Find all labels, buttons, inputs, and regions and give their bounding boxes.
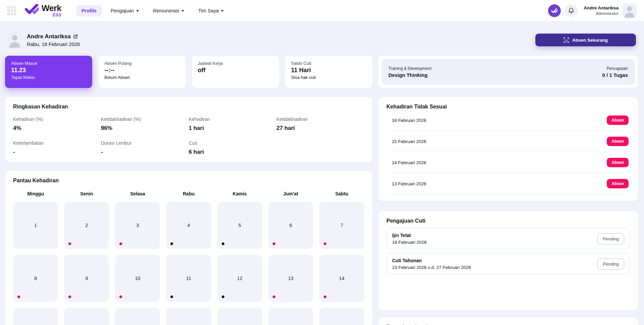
- status-badge: Absen: [607, 137, 629, 146]
- pending-status-button[interactable]: Pending: [597, 233, 624, 244]
- calendar-day-cell[interactable]: 13: [268, 255, 313, 302]
- kehadiran-tidak-sesuai-panel: Kehadiran Tidak Sesuai 16 Februari 2026 …: [378, 97, 638, 201]
- summary-item-keterlambatan: Keterlambatan -: [13, 140, 101, 155]
- calendar-day-cell[interactable]: 3: [115, 202, 160, 249]
- training-title: Design Thinking: [388, 72, 431, 78]
- topbar-avatar[interactable]: [623, 4, 637, 18]
- nav-item-pengajuan[interactable]: Pengajuan: [105, 5, 144, 16]
- attendance-dot: [119, 242, 122, 245]
- attendance-dot: [324, 242, 326, 245]
- calendar-day-cell[interactable]: 10: [115, 255, 160, 302]
- calendar-day-cell[interactable]: 12: [217, 255, 262, 302]
- attendance-dot: [222, 295, 224, 298]
- brand-sub: ESS: [42, 13, 61, 17]
- pantau-kehadiran-panel: Pantau Kehadiran Minggu Senin Selasa Rab…: [5, 171, 372, 325]
- attendance-dot: [273, 295, 275, 298]
- calendar-day-cell[interactable]: 6: [268, 202, 313, 249]
- training-progress-label: Pencapaian: [602, 66, 628, 71]
- status-badge: Absen: [607, 179, 629, 188]
- pengajuan-lembur-panel: Pengajuan Lembur: [378, 317, 638, 325]
- face-scan-icon: [564, 37, 569, 43]
- topbar-user-menu[interactable]: Andre Antariksa Administrator: [584, 5, 619, 16]
- current-date: Rabu, 18 Februari 2026: [27, 41, 80, 47]
- calendar-day-cell[interactable]: 7: [319, 202, 364, 249]
- avatar-placeholder-icon: [7, 32, 22, 48]
- stat-cards-row: Absen Masuk 11.23 Tepat Waktu Absen Pula…: [5, 56, 372, 88]
- calendar-day-cell[interactable]: 8: [13, 255, 58, 302]
- employee-name: Andre Antariksa: [27, 33, 71, 40]
- attendance-dot: [68, 295, 71, 298]
- calendar-day-cell[interactable]: 5: [217, 202, 262, 249]
- issue-row: 14 Februari 2026 Absen: [386, 152, 630, 173]
- training-card: Training & Development Design Thinking P…: [378, 56, 638, 88]
- attendance-dot: [222, 242, 224, 245]
- attendance-dot: [273, 242, 275, 245]
- notification-bell-button[interactable]: [565, 4, 578, 17]
- calendar-day-names: Minggu Senin Selasa Rabu Kamis Jum'at Sa…: [13, 191, 364, 196]
- summary-item-kehadiran: Kehadiran 1 hari: [189, 117, 277, 132]
- training-label: Training & Development: [388, 66, 431, 71]
- calendar-title: Pantau Kehadiran: [13, 178, 364, 184]
- issues-title: Kehadiran Tidak Sesuai: [386, 104, 630, 110]
- brand-name: Werk: [42, 3, 61, 13]
- pending-status-button[interactable]: Pending: [597, 259, 624, 270]
- calendar-day-cell[interactable]: 2: [64, 202, 109, 249]
- profile-avatar: [7, 32, 22, 48]
- nav-item-remunerasi[interactable]: Remunerasi: [148, 5, 190, 16]
- calendar-day-cell[interactable]: 19: [217, 308, 262, 325]
- summary-item-ketidakhadiran: Ketidakhadiran 27 hari: [276, 117, 364, 132]
- summary-item-kehadiran-pct: Kehadiran (%) 4%: [13, 117, 101, 132]
- issue-row: 16 Februari 2026 Absen: [386, 110, 630, 131]
- avatar-placeholder-icon: [623, 4, 637, 18]
- attendance-dot: [170, 242, 173, 245]
- brand-logo[interactable]: Werk ESS: [25, 4, 61, 17]
- absen-sekarang-button[interactable]: Absen Sekarang: [535, 34, 636, 46]
- calendar-day-cell[interactable]: 16: [64, 308, 109, 325]
- calendar-day-cell[interactable]: 4: [166, 202, 211, 249]
- summary-item-durasi-lembur: Durasi Lembur -: [101, 140, 189, 155]
- calendar-day-cell[interactable]: 14: [319, 255, 364, 302]
- calendar-day-cell[interactable]: 17: [115, 308, 160, 325]
- status-badge: Absen: [607, 158, 629, 167]
- chevron-down-icon: [181, 10, 184, 12]
- pengajuan-cuti-panel: Pengajuan Cuti Ijin Telat 18 Februari 20…: [378, 211, 638, 311]
- double-check-icon: [551, 8, 558, 13]
- top-navbar: Werk ESS Profile Pengajuan Remunerasi Ti…: [0, 0, 644, 21]
- calendar-day-cell[interactable]: 9: [64, 255, 109, 302]
- summary-item-cuti: Cuti 6 hari: [189, 140, 277, 155]
- leave-title: Pengajuan Cuti: [386, 218, 630, 224]
- calendar-grid: 1 2 3 4 5 6 7 8 9 10 11 12 13 14 15 16 1: [13, 202, 364, 325]
- external-link-icon[interactable]: [73, 34, 78, 39]
- ringkasan-kehadiran-panel: Ringkasan Kehadiran Kehadiran (%) 4% Ket…: [5, 97, 372, 162]
- brand-check-icon: [25, 4, 39, 15]
- issue-row: 15 Februari 2026 Absen: [386, 131, 630, 152]
- stat-card-saldo-cuti: Saldo Cuti 11 Hari Sisa hak cuti: [285, 56, 372, 88]
- attendance-dot: [170, 295, 173, 298]
- summary-item-ketidakhadiran-pct: Ketidakhadiran (%) 96%: [101, 117, 189, 132]
- calendar-day-cell[interactable]: 18: [166, 308, 211, 325]
- nav-item-profile[interactable]: Profile: [76, 5, 102, 16]
- attendance-dot: [119, 295, 122, 298]
- leave-request-item: Cuti Tahunan 23 Februari 2026 s.d. 27 Fe…: [386, 253, 630, 274]
- stat-card-jadwal-kerja: Jadwal Kerja off: [192, 56, 279, 88]
- attendance-check-button[interactable]: [548, 4, 561, 17]
- calendar-day-cell[interactable]: 20: [268, 308, 313, 325]
- attendance-dot: [68, 242, 71, 245]
- calendar-day-cell[interactable]: 15: [13, 308, 58, 325]
- stat-card-absen-masuk: Absen Masuk 11.23 Tepat Waktu: [5, 56, 92, 88]
- calendar-day-cell[interactable]: 21: [319, 308, 364, 325]
- topbar-user-role: Administrator: [584, 11, 619, 16]
- app-grid-icon[interactable]: [7, 6, 16, 15]
- page-header: Andre Antariksa Rabu, 18 Februari 2026 A…: [7, 32, 636, 48]
- main-nav: Profile Pengajuan Remunerasi Tim Saya: [76, 5, 229, 16]
- chevron-down-icon: [136, 10, 139, 12]
- stat-card-absen-pulang: Absen Pulang --:-- Belum Absen: [98, 56, 185, 88]
- calendar-day-cell[interactable]: 1: [13, 202, 58, 249]
- training-progress-value: 0 / 1 Tugas: [602, 72, 628, 78]
- calendar-day-cell[interactable]: 11: [166, 255, 211, 302]
- dashboard-page: Andre Antariksa Rabu, 18 Februari 2026 A…: [0, 21, 644, 325]
- nav-item-tim-saya[interactable]: Tim Saya: [193, 5, 229, 16]
- status-badge: Absen: [607, 115, 629, 125]
- summary-title: Ringkasan Kehadiran: [13, 104, 364, 110]
- chevron-down-icon: [221, 10, 224, 12]
